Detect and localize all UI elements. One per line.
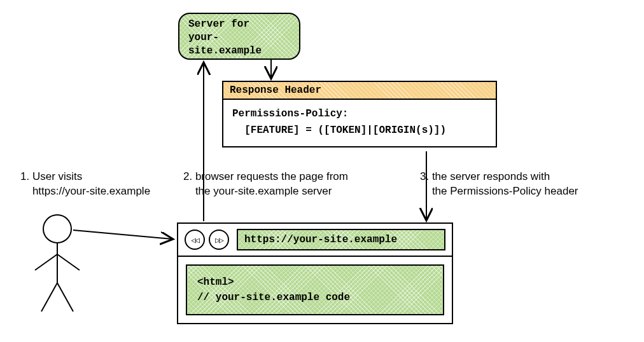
server-label-line2: your-site.example — [188, 31, 290, 58]
browser-body: <html> // your-site.example code — [178, 257, 452, 323]
url-bar: https://your-site.example — [237, 229, 445, 250]
page-code-box: <html> // your-site.example code — [186, 264, 444, 315]
caption-1b: https://your-site.example — [20, 184, 167, 199]
svg-line-2 — [35, 254, 57, 270]
code-line1: <html> — [197, 275, 433, 290]
response-header-line2: [FEATURE] = ([TOKEN]|[ORIGIN(s)]) — [232, 123, 487, 139]
caption-1: 1. User visits https://your-site.example — [20, 170, 167, 199]
caption-2b: the your-site.example server — [183, 184, 387, 199]
browser-window: ◁◁ ▷▷ https://your-site.example <html> /… — [177, 222, 453, 324]
caption-1a: 1. User visits — [20, 170, 167, 184]
browser-toolbar: ◁◁ ▷▷ https://your-site.example — [178, 224, 452, 257]
caption-2: 2. browser requests the page from the yo… — [183, 170, 387, 199]
forward-button-icon: ▷▷ — [209, 229, 229, 250]
response-header-title: Response Header — [223, 82, 496, 100]
response-header-line1: Permissions-Policy: — [232, 106, 487, 123]
response-header-box: Response Header Permissions-Policy: [FEA… — [222, 81, 497, 147]
server-label-line1: Server for — [188, 18, 290, 31]
response-header-body: Permissions-Policy: [FEATURE] = ([TOKEN]… — [223, 100, 496, 146]
svg-line-5 — [57, 283, 73, 311]
caption-3a: 3. the server responds with — [420, 170, 617, 184]
user-stick-figure — [35, 215, 80, 311]
svg-line-4 — [41, 283, 57, 311]
svg-line-3 — [57, 254, 80, 270]
code-line2: // your-site.example code — [197, 290, 433, 305]
arrow-user-to-browser — [73, 230, 172, 239]
caption-3b: the Permissions-Policy header — [420, 184, 617, 199]
caption-2a: 2. browser requests the page from — [183, 170, 387, 184]
server-box: Server for your-site.example — [178, 13, 300, 60]
caption-3: 3. the server responds with the Permissi… — [420, 170, 617, 199]
back-button-icon: ◁◁ — [185, 229, 205, 250]
svg-point-0 — [43, 215, 71, 243]
